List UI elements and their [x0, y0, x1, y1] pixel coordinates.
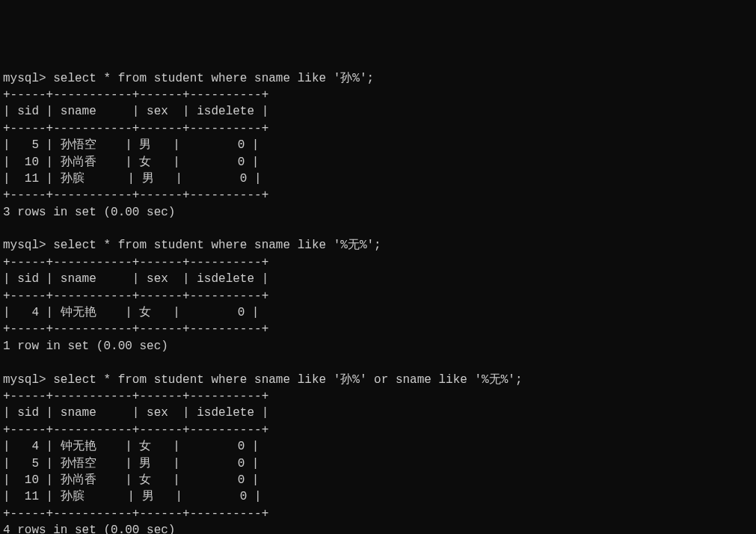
- table-row: | 10 | 孙尚香 | 女 | 0 |: [3, 473, 259, 487]
- table-row: | 5 | 孙悟空 | 男 | 0 |: [3, 138, 259, 152]
- table-row: | 4 | 钟无艳 | 女 | 0 |: [3, 440, 259, 453]
- table-header: | sid | sname | sex | isdelete |: [3, 272, 268, 286]
- table-header: | sid | sname | sex | isdelete |: [3, 105, 268, 118]
- table-row: | 11 | 孙膑 | 男 | 0 |: [3, 172, 262, 185]
- table-border: +-----+-----------+------+----------+: [3, 256, 268, 269]
- prompt: mysql>: [3, 239, 53, 252]
- terminal-output[interactable]: mysql> select * from student where sname…: [3, 70, 753, 534]
- sql-command: select * from student where sname like '…: [53, 239, 381, 252]
- table-row: | 10 | 孙尚香 | 女 | 0 |: [3, 156, 259, 169]
- table-border: +-----+-----------+------+----------+: [3, 289, 268, 303]
- table-border: +-----+-----------+------+----------+: [3, 88, 268, 102]
- query-block-2: mysql> select * from student where sname…: [3, 239, 381, 352]
- table-border: +-----+-----------+------+----------+: [3, 322, 268, 336]
- table-border: +-----+-----------+------+----------+: [3, 423, 268, 437]
- table-row: | 4 | 钟无艳 | 女 | 0 |: [3, 306, 259, 319]
- sql-command: select * from student where sname like '…: [53, 373, 522, 387]
- query-block-3: mysql> select * from student where sname…: [3, 373, 523, 534]
- prompt: mysql>: [3, 373, 53, 387]
- table-row: | 5 | 孙悟空 | 男 | 0 |: [3, 457, 259, 470]
- table-header: | sid | sname | sex | isdelete |: [3, 406, 268, 420]
- table-border: +-----+-----------+------+----------+: [3, 390, 268, 403]
- table-border: +-----+-----------+------+----------+: [3, 122, 268, 135]
- result-summary: 1 row in set (0.00 sec): [3, 340, 168, 353]
- result-summary: 3 rows in set (0.00 sec): [3, 206, 175, 219]
- prompt: mysql>: [3, 72, 53, 85]
- sql-command: select * from student where sname like '…: [53, 72, 374, 85]
- table-border: +-----+-----------+------+----------+: [3, 507, 268, 521]
- query-block-1: mysql> select * from student where sname…: [3, 72, 374, 219]
- table-row: | 11 | 孙膑 | 男 | 0 |: [3, 490, 262, 503]
- table-border: +-----+-----------+------+----------+: [3, 188, 268, 202]
- result-summary: 4 rows in set (0.00 sec): [3, 524, 175, 534]
